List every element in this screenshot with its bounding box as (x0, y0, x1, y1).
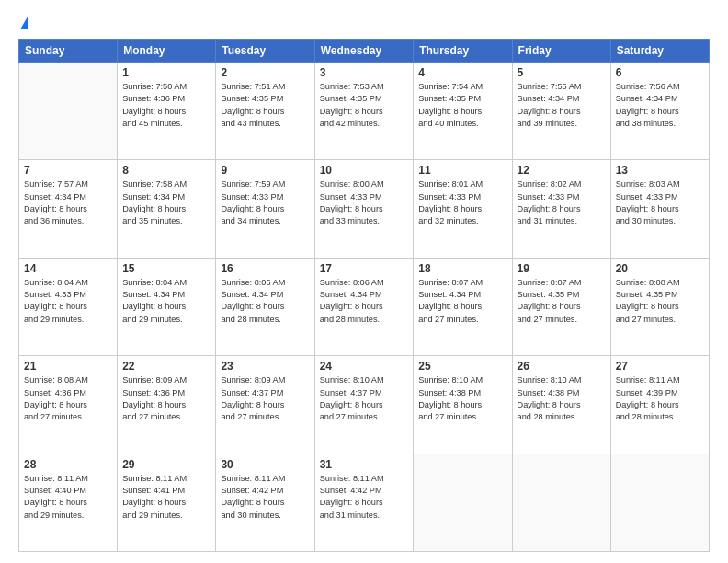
day-number: 7 (24, 164, 112, 177)
day-number: 25 (418, 360, 506, 373)
day-info: Sunrise: 8:09 AMSunset: 4:37 PMDaylight:… (221, 374, 309, 423)
calendar-cell: 17Sunrise: 8:06 AMSunset: 4:34 PMDayligh… (314, 258, 414, 355)
day-info: Sunrise: 8:11 AMSunset: 4:40 PMDaylight:… (24, 473, 112, 522)
calendar-cell: 7Sunrise: 7:57 AMSunset: 4:34 PMDaylight… (19, 160, 118, 258)
calendar-cell: 16Sunrise: 8:05 AMSunset: 4:34 PMDayligh… (216, 258, 314, 355)
day-number: 4 (418, 66, 506, 79)
calendar-cell: 21Sunrise: 8:08 AMSunset: 4:36 PMDayligh… (19, 356, 118, 454)
calendar-cell: 9Sunrise: 7:59 AMSunset: 4:33 PMDaylight… (216, 160, 314, 258)
calendar-cell: 2Sunrise: 7:51 AMSunset: 4:35 PMDaylight… (216, 63, 314, 160)
day-info: Sunrise: 8:02 AMSunset: 4:33 PMDaylight:… (518, 178, 606, 227)
day-info: Sunrise: 8:11 AMSunset: 4:41 PMDaylight:… (122, 473, 210, 522)
calendar-cell: 22Sunrise: 8:09 AMSunset: 4:36 PMDayligh… (118, 356, 216, 454)
calendar-day-header: Thursday (414, 40, 512, 63)
day-number: 17 (320, 262, 409, 275)
calendar-cell (610, 454, 709, 551)
day-info: Sunrise: 8:11 AMSunset: 4:42 PMDaylight:… (320, 473, 409, 522)
calendar-cell: 14Sunrise: 8:04 AMSunset: 4:33 PMDayligh… (19, 258, 118, 355)
page: SundayMondayTuesdayWednesdayThursdayFrid… (0, 0, 728, 563)
calendar-cell: 19Sunrise: 8:07 AMSunset: 4:35 PMDayligh… (512, 258, 610, 355)
day-info: Sunrise: 7:50 AMSunset: 4:36 PMDaylight:… (122, 81, 210, 130)
day-info: Sunrise: 8:10 AMSunset: 4:38 PMDaylight:… (518, 374, 606, 423)
calendar-week-row: 28Sunrise: 8:11 AMSunset: 4:40 PMDayligh… (19, 454, 710, 551)
calendar-cell (512, 454, 610, 551)
day-info: Sunrise: 8:10 AMSunset: 4:38 PMDaylight:… (418, 374, 506, 423)
day-info: Sunrise: 8:09 AMSunset: 4:36 PMDaylight:… (122, 374, 210, 423)
calendar-cell: 20Sunrise: 8:08 AMSunset: 4:35 PMDayligh… (610, 258, 709, 355)
calendar-day-header: Saturday (610, 40, 709, 63)
calendar-header-row: SundayMondayTuesdayWednesdayThursdayFrid… (19, 40, 710, 63)
calendar-day-header: Monday (118, 40, 216, 63)
day-number: 30 (221, 458, 309, 471)
calendar-week-row: 14Sunrise: 8:04 AMSunset: 4:33 PMDayligh… (19, 258, 710, 355)
calendar-cell: 15Sunrise: 8:04 AMSunset: 4:34 PMDayligh… (118, 258, 216, 355)
day-number: 20 (616, 262, 704, 275)
day-info: Sunrise: 7:57 AMSunset: 4:34 PMDaylight:… (24, 178, 112, 227)
calendar-day-header: Sunday (19, 40, 118, 63)
day-info: Sunrise: 7:58 AMSunset: 4:34 PMDaylight:… (122, 178, 210, 227)
day-number: 16 (221, 262, 309, 275)
day-number: 10 (320, 164, 409, 177)
day-number: 26 (518, 360, 606, 373)
day-number: 28 (24, 458, 112, 471)
calendar-cell: 28Sunrise: 8:11 AMSunset: 4:40 PMDayligh… (19, 454, 118, 551)
calendar-cell: 3Sunrise: 7:53 AMSunset: 4:35 PMDaylight… (314, 63, 414, 160)
calendar-cell (19, 63, 118, 160)
day-number: 11 (418, 164, 506, 177)
calendar-day-header: Tuesday (216, 40, 314, 63)
day-info: Sunrise: 8:11 AMSunset: 4:42 PMDaylight:… (221, 473, 309, 522)
day-number: 23 (221, 360, 309, 373)
day-info: Sunrise: 8:04 AMSunset: 4:34 PMDaylight:… (122, 277, 210, 326)
day-info: Sunrise: 7:51 AMSunset: 4:35 PMDaylight:… (221, 81, 309, 130)
day-info: Sunrise: 8:03 AMSunset: 4:33 PMDaylight:… (616, 178, 704, 227)
calendar-week-row: 1Sunrise: 7:50 AMSunset: 4:36 PMDaylight… (19, 63, 710, 160)
day-number: 18 (418, 262, 506, 275)
day-info: Sunrise: 8:07 AMSunset: 4:34 PMDaylight:… (418, 277, 506, 326)
day-info: Sunrise: 8:11 AMSunset: 4:39 PMDaylight:… (616, 374, 704, 423)
calendar-day-header: Wednesday (314, 40, 414, 63)
day-info: Sunrise: 8:05 AMSunset: 4:34 PMDaylight:… (221, 277, 309, 326)
calendar-cell: 10Sunrise: 8:00 AMSunset: 4:33 PMDayligh… (314, 160, 414, 258)
calendar-cell: 25Sunrise: 8:10 AMSunset: 4:38 PMDayligh… (414, 356, 512, 454)
calendar-cell: 27Sunrise: 8:11 AMSunset: 4:39 PMDayligh… (610, 356, 709, 454)
logo-icon (20, 17, 28, 29)
calendar-cell: 5Sunrise: 7:55 AMSunset: 4:34 PMDaylight… (512, 63, 610, 160)
calendar-cell: 4Sunrise: 7:54 AMSunset: 4:35 PMDaylight… (414, 63, 512, 160)
day-info: Sunrise: 7:59 AMSunset: 4:33 PMDaylight:… (221, 178, 309, 227)
day-number: 31 (320, 458, 409, 471)
day-number: 5 (518, 66, 606, 79)
calendar-cell: 30Sunrise: 8:11 AMSunset: 4:42 PMDayligh… (216, 454, 314, 551)
day-number: 8 (122, 164, 210, 177)
day-number: 29 (122, 458, 210, 471)
calendar-cell (414, 454, 512, 551)
day-number: 2 (221, 66, 309, 79)
day-number: 3 (320, 66, 409, 79)
calendar-cell: 24Sunrise: 8:10 AMSunset: 4:37 PMDayligh… (314, 356, 414, 454)
day-number: 27 (616, 360, 704, 373)
day-number: 14 (24, 262, 112, 275)
day-info: Sunrise: 7:56 AMSunset: 4:34 PMDaylight:… (616, 81, 704, 130)
calendar-cell: 11Sunrise: 8:01 AMSunset: 4:33 PMDayligh… (414, 160, 512, 258)
calendar-cell: 1Sunrise: 7:50 AMSunset: 4:36 PMDaylight… (118, 63, 216, 160)
header (18, 17, 710, 29)
day-info: Sunrise: 7:55 AMSunset: 4:34 PMDaylight:… (518, 81, 606, 130)
calendar-cell: 13Sunrise: 8:03 AMSunset: 4:33 PMDayligh… (610, 160, 709, 258)
day-info: Sunrise: 8:08 AMSunset: 4:35 PMDaylight:… (616, 277, 704, 326)
day-number: 22 (122, 360, 210, 373)
day-number: 12 (518, 164, 606, 177)
calendar-cell: 31Sunrise: 8:11 AMSunset: 4:42 PMDayligh… (314, 454, 414, 551)
day-number: 1 (122, 66, 210, 79)
calendar-week-row: 7Sunrise: 7:57 AMSunset: 4:34 PMDaylight… (19, 160, 710, 258)
calendar-cell: 6Sunrise: 7:56 AMSunset: 4:34 PMDaylight… (610, 63, 709, 160)
day-info: Sunrise: 7:54 AMSunset: 4:35 PMDaylight:… (418, 81, 506, 130)
day-info: Sunrise: 8:01 AMSunset: 4:33 PMDaylight:… (418, 178, 506, 227)
day-info: Sunrise: 8:08 AMSunset: 4:36 PMDaylight:… (24, 374, 112, 423)
calendar-cell: 26Sunrise: 8:10 AMSunset: 4:38 PMDayligh… (512, 356, 610, 454)
day-info: Sunrise: 8:04 AMSunset: 4:33 PMDaylight:… (24, 277, 112, 326)
day-number: 6 (616, 66, 704, 79)
day-number: 15 (122, 262, 210, 275)
day-info: Sunrise: 8:06 AMSunset: 4:34 PMDaylight:… (320, 277, 409, 326)
calendar-week-row: 21Sunrise: 8:08 AMSunset: 4:36 PMDayligh… (19, 356, 710, 454)
calendar-cell: 29Sunrise: 8:11 AMSunset: 4:41 PMDayligh… (118, 454, 216, 551)
day-number: 24 (320, 360, 409, 373)
